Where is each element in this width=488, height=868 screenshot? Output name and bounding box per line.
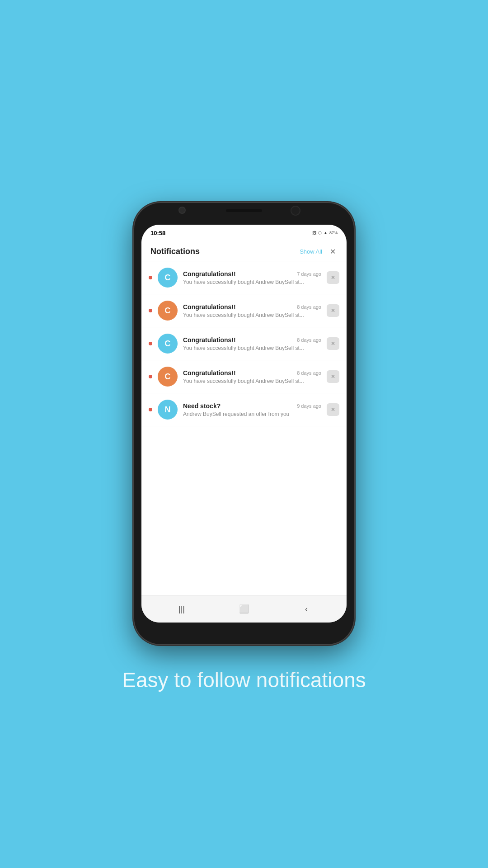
gallery-icon: 🖼 [312,231,316,235]
notification-content: Congratulations!! 8 days ago You have su… [183,303,321,318]
dismiss-button[interactable]: ✕ [327,271,339,284]
notification-body: Andrew BuySell requested an offer from y… [183,411,321,417]
notification-body: You have successfully bought Andrew BuyS… [183,378,321,384]
phone-screen: 10:58 🖼 ⬡ ▲ 87% Notifications Show All ✕ [141,225,347,623]
phone-wrapper: 10:58 🖼 ⬡ ▲ 87% Notifications Show All ✕ [133,202,355,645]
avatar: N [158,400,178,420]
dismiss-button[interactable]: ✕ [327,403,339,416]
notification-body: You have successfully bought Andrew BuyS… [183,345,321,351]
unread-indicator [149,408,152,411]
notification-title-row: Congratulations!! 8 days ago [183,336,321,344]
notification-item[interactable]: C Congratulations!! 7 days ago You have … [141,261,347,294]
camera-dot [178,207,186,214]
avatar: C [158,268,178,288]
notification-item[interactable]: C Congratulations!! 8 days ago You have … [141,360,347,393]
show-all-button[interactable]: Show All [300,248,322,255]
notification-item[interactable]: C Congratulations!! 8 days ago You have … [141,327,347,360]
home-button[interactable]: ⬜ [234,599,254,619]
notification-content: Congratulations!! 8 days ago You have su… [183,336,321,351]
notification-time: 7 days ago [297,271,321,277]
back-button[interactable]: ‹ [296,599,316,619]
notification-title-row: Need stock? 9 days ago [183,402,321,410]
recent-apps-button[interactable]: ||| [172,599,192,619]
header-actions: Show All ✕ [300,246,338,256]
notification-content: Need stock? 9 days ago Andrew BuySell re… [183,402,321,417]
notification-time: 8 days ago [297,370,321,376]
phone-frame: 10:58 🖼 ⬡ ▲ 87% Notifications Show All ✕ [133,202,355,645]
avatar: C [158,301,178,321]
notification-title: Congratulations!! [183,303,236,311]
tagline-text: Easy to follow notifications [122,668,366,692]
notification-time: 9 days ago [297,403,321,409]
notification-item[interactable]: C Congratulations!! 8 days ago You have … [141,294,347,327]
notification-title-row: Congratulations!! 8 days ago [183,303,321,311]
notifications-title: Notifications [150,247,200,256]
bluetooth-icon: ⬡ [318,231,322,235]
status-icons: 🖼 ⬡ ▲ 87% [312,231,338,235]
bottom-navigation: ||| ⬜ ‹ [141,595,347,623]
recent-apps-icon: ||| [178,604,185,614]
notification-title-row: Congratulations!! 8 days ago [183,369,321,377]
unread-indicator [149,276,152,279]
back-icon: ‹ [305,604,308,614]
notification-body: You have successfully bought Andrew BuyS… [183,312,321,318]
dismiss-button[interactable]: ✕ [327,337,339,350]
unread-indicator [149,375,152,378]
notification-content: Congratulations!! 7 days ago You have su… [183,270,321,285]
notification-time: 8 days ago [297,337,321,343]
front-camera [291,206,300,216]
dismiss-button[interactable]: ✕ [327,370,339,383]
dismiss-button[interactable]: ✕ [327,304,339,317]
notification-title: Congratulations!! [183,369,236,377]
notification-title: Congratulations!! [183,336,236,344]
home-icon: ⬜ [239,604,249,614]
notification-content: Congratulations!! 8 days ago You have su… [183,369,321,384]
unread-indicator [149,309,152,312]
notification-time: 8 days ago [297,304,321,310]
avatar: C [158,367,178,387]
close-button[interactable]: ✕ [328,246,338,256]
battery-icon: 87% [329,231,338,235]
unread-indicator [149,342,152,345]
notification-body: You have successfully bought Andrew BuyS… [183,279,321,285]
notification-title: Need stock? [183,402,221,410]
notification-title: Congratulations!! [183,270,236,278]
status-bar: 10:58 🖼 ⬡ ▲ 87% [141,225,347,241]
avatar: C [158,334,178,354]
app-header: Notifications Show All ✕ [141,241,347,261]
status-time: 10:58 [150,230,165,236]
signal-icon: ▲ [324,231,328,235]
tagline-area: Easy to follow notifications [95,668,393,693]
notification-list: C Congratulations!! 7 days ago You have … [141,261,347,595]
speaker [226,209,262,212]
notification-title-row: Congratulations!! 7 days ago [183,270,321,278]
notification-item[interactable]: N Need stock? 9 days ago Andrew BuySell … [141,393,347,426]
